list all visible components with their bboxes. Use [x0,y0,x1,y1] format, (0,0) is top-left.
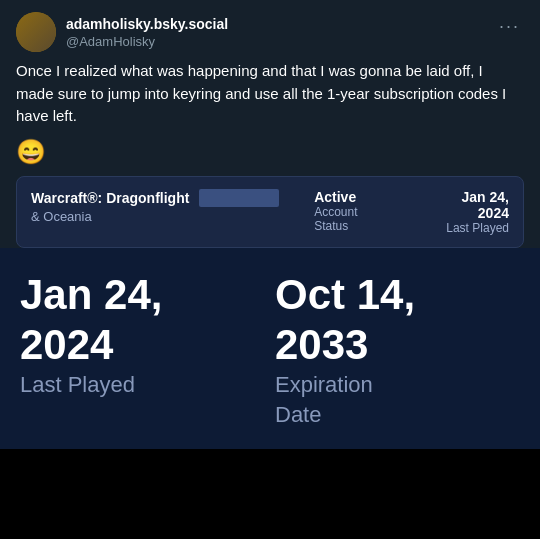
tweet-container: adamholisky.bsky.social @AdamHolisky ···… [0,0,540,248]
tweet-text: Once I realized what was happening and t… [16,60,524,128]
display-name: adamholisky.bsky.social [66,15,228,33]
user-details: adamholisky.bsky.social @AdamHolisky [66,15,228,48]
status-label: Status [314,219,394,233]
expanded-right-date-line2: 2033 [275,322,520,368]
last-played-date: Jan 24, [429,189,509,205]
last-played-label: Last Played [429,221,509,235]
last-played-year: 2024 [429,205,509,221]
date-section: Jan 24, 2024 Last Played [429,189,509,235]
game-title-section: Warcraft®: Dragonflight & Oceania [31,189,279,224]
game-title: Warcraft®: Dragonflight [31,190,189,206]
status-active: Active [314,189,394,205]
more-options-button[interactable]: ··· [495,12,524,41]
expanded-right-label-line2: Date [275,402,520,428]
handle: @AdamHolisky [66,34,228,49]
expanded-grid: Jan 24, 2024 Last Played Oct 14, 2033 Ex… [20,272,520,429]
expanded-card: Jan 24, 2024 Last Played Oct 14, 2033 Ex… [0,248,540,449]
game-title-row: Warcraft®: Dragonflight [31,189,279,207]
expanded-left: Jan 24, 2024 Last Played [20,272,265,429]
game-region: & Oceania [31,209,279,224]
expanded-right-label-line1: Expiration [275,372,520,398]
game-card: Warcraft®: Dragonflight & Oceania Active… [16,176,524,248]
tweet-header: adamholisky.bsky.social @AdamHolisky ··· [16,12,524,52]
tweet-emoji: 😄 [16,138,524,166]
tweet-user-info: adamholisky.bsky.social @AdamHolisky [16,12,228,52]
expanded-left-label: Last Played [20,372,265,398]
game-card-top: Warcraft®: Dragonflight & Oceania Active… [31,189,509,235]
account-label: Account [314,205,394,219]
expanded-right-date-line1: Oct 14, [275,272,520,318]
status-section: Active Account Status [314,189,394,233]
expanded-left-date-line1: Jan 24, [20,272,265,318]
avatar [16,12,56,52]
expanded-left-date-line2: 2024 [20,322,265,368]
expanded-right: Oct 14, 2033 Expiration Date [275,272,520,429]
redacted-bar [199,189,279,207]
